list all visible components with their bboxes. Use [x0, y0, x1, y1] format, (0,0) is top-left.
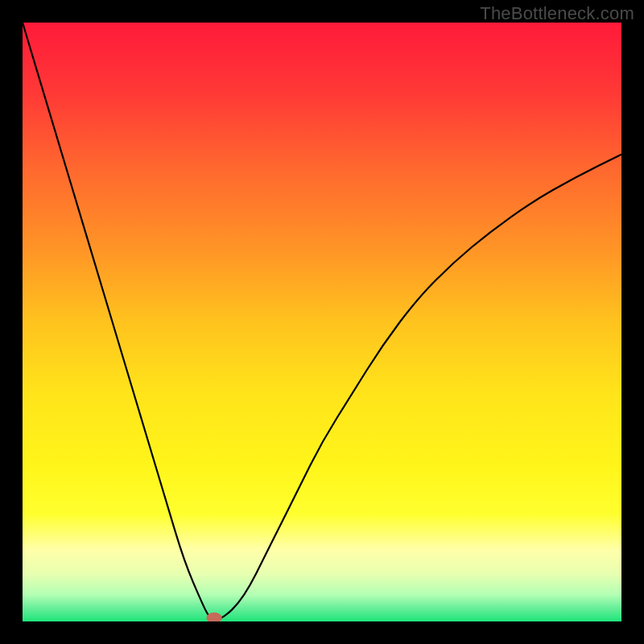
chart-frame: TheBottleneck.com [0, 0, 644, 644]
bottleneck-chart [23, 23, 621, 621]
watermark-label: TheBottleneck.com [480, 3, 634, 24]
plot-area [23, 23, 621, 621]
